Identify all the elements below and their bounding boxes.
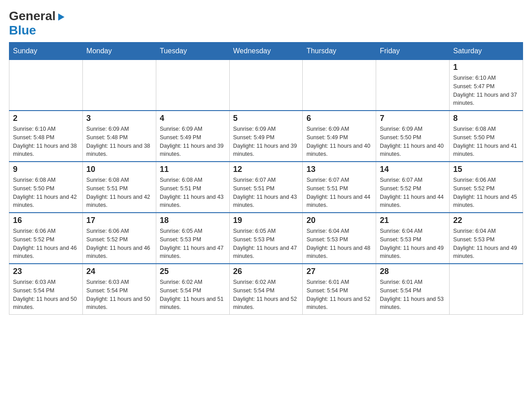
day-number: 15 bbox=[453, 165, 519, 174]
calendar-cell bbox=[82, 60, 156, 111]
calendar-cell: 21Sunrise: 6:04 AM Sunset: 5:53 PM Dayli… bbox=[376, 213, 450, 264]
day-number: 6 bbox=[306, 114, 372, 123]
calendar-cell: 28Sunrise: 6:01 AM Sunset: 5:54 PM Dayli… bbox=[376, 264, 450, 315]
day-info: Sunrise: 6:05 AM Sunset: 5:53 PM Dayligh… bbox=[160, 227, 226, 261]
calendar-cell: 4Sunrise: 6:09 AM Sunset: 5:49 PM Daylig… bbox=[156, 111, 229, 162]
day-info: Sunrise: 6:02 AM Sunset: 5:54 PM Dayligh… bbox=[160, 278, 226, 312]
day-info: Sunrise: 6:04 AM Sunset: 5:53 PM Dayligh… bbox=[380, 227, 446, 261]
day-info: Sunrise: 6:05 AM Sunset: 5:53 PM Dayligh… bbox=[233, 227, 299, 261]
day-number: 11 bbox=[160, 165, 226, 174]
calendar-cell: 27Sunrise: 6:01 AM Sunset: 5:54 PM Dayli… bbox=[303, 264, 376, 315]
day-info: Sunrise: 6:07 AM Sunset: 5:51 PM Dayligh… bbox=[233, 176, 299, 210]
logo-blue: Blue bbox=[9, 23, 36, 37]
calendar-cell: 25Sunrise: 6:02 AM Sunset: 5:54 PM Dayli… bbox=[156, 264, 229, 315]
day-number: 13 bbox=[306, 165, 372, 174]
calendar-cell: 20Sunrise: 6:04 AM Sunset: 5:53 PM Dayli… bbox=[303, 213, 376, 264]
calendar-cell: 9Sunrise: 6:08 AM Sunset: 5:50 PM Daylig… bbox=[9, 162, 83, 213]
day-info: Sunrise: 6:06 AM Sunset: 5:52 PM Dayligh… bbox=[453, 176, 519, 210]
calendar-week-row: 2Sunrise: 6:10 AM Sunset: 5:48 PM Daylig… bbox=[9, 111, 523, 162]
day-info: Sunrise: 6:08 AM Sunset: 5:50 PM Dayligh… bbox=[13, 176, 79, 210]
day-info: Sunrise: 6:02 AM Sunset: 5:54 PM Dayligh… bbox=[233, 278, 299, 312]
day-info: Sunrise: 6:09 AM Sunset: 5:49 PM Dayligh… bbox=[160, 125, 226, 158]
calendar-cell: 1Sunrise: 6:10 AM Sunset: 5:47 PM Daylig… bbox=[450, 60, 523, 111]
logo: General Blue bbox=[9, 9, 66, 38]
calendar-cell: 14Sunrise: 6:07 AM Sunset: 5:52 PM Dayli… bbox=[376, 162, 450, 213]
calendar-cell: 11Sunrise: 6:08 AM Sunset: 5:51 PM Dayli… bbox=[156, 162, 229, 213]
calendar-cell: 15Sunrise: 6:06 AM Sunset: 5:52 PM Dayli… bbox=[450, 162, 523, 213]
day-info: Sunrise: 6:10 AM Sunset: 5:48 PM Dayligh… bbox=[13, 125, 79, 158]
calendar-cell: 6Sunrise: 6:09 AM Sunset: 5:49 PM Daylig… bbox=[303, 111, 376, 162]
day-number: 1 bbox=[453, 63, 519, 72]
calendar-cell: 7Sunrise: 6:09 AM Sunset: 5:50 PM Daylig… bbox=[376, 111, 450, 162]
calendar-cell bbox=[376, 60, 450, 111]
svg-marker-0 bbox=[58, 13, 64, 21]
day-number: 22 bbox=[453, 216, 519, 225]
day-number: 16 bbox=[13, 216, 79, 225]
day-info: Sunrise: 6:06 AM Sunset: 5:52 PM Dayligh… bbox=[86, 227, 152, 261]
day-info: Sunrise: 6:01 AM Sunset: 5:54 PM Dayligh… bbox=[306, 278, 372, 312]
logo-triangle-icon bbox=[56, 12, 66, 21]
calendar-cell: 5Sunrise: 6:09 AM Sunset: 5:49 PM Daylig… bbox=[229, 111, 303, 162]
day-info: Sunrise: 6:04 AM Sunset: 5:53 PM Dayligh… bbox=[306, 227, 372, 261]
day-info: Sunrise: 6:07 AM Sunset: 5:52 PM Dayligh… bbox=[380, 176, 446, 210]
header-monday: Monday bbox=[82, 43, 156, 60]
day-info: Sunrise: 6:10 AM Sunset: 5:47 PM Dayligh… bbox=[453, 74, 519, 107]
calendar-table: SundayMondayTuesdayWednesdayThursdayFrid… bbox=[9, 42, 523, 315]
day-number: 2 bbox=[13, 114, 79, 123]
calendar-cell bbox=[303, 60, 376, 111]
day-info: Sunrise: 6:09 AM Sunset: 5:49 PM Dayligh… bbox=[233, 125, 299, 158]
header-sunday: Sunday bbox=[9, 43, 83, 60]
calendar-cell: 13Sunrise: 6:07 AM Sunset: 5:51 PM Dayli… bbox=[303, 162, 376, 213]
day-info: Sunrise: 6:03 AM Sunset: 5:54 PM Dayligh… bbox=[86, 278, 152, 312]
day-number: 19 bbox=[233, 216, 299, 225]
day-info: Sunrise: 6:01 AM Sunset: 5:54 PM Dayligh… bbox=[380, 278, 446, 312]
day-number: 8 bbox=[453, 114, 519, 123]
calendar-cell bbox=[9, 60, 83, 111]
day-number: 26 bbox=[233, 267, 299, 276]
header-thursday: Thursday bbox=[303, 43, 376, 60]
calendar-cell bbox=[450, 264, 523, 315]
calendar-cell: 22Sunrise: 6:04 AM Sunset: 5:53 PM Dayli… bbox=[450, 213, 523, 264]
day-number: 23 bbox=[13, 267, 79, 276]
calendar-cell: 12Sunrise: 6:07 AM Sunset: 5:51 PM Dayli… bbox=[229, 162, 303, 213]
day-number: 10 bbox=[86, 165, 152, 174]
logo-general: General bbox=[9, 9, 56, 23]
day-number: 4 bbox=[160, 114, 226, 123]
calendar-cell: 8Sunrise: 6:08 AM Sunset: 5:50 PM Daylig… bbox=[450, 111, 523, 162]
calendar-header-row: SundayMondayTuesdayWednesdayThursdayFrid… bbox=[9, 43, 523, 60]
day-number: 27 bbox=[306, 267, 372, 276]
calendar-week-row: 1Sunrise: 6:10 AM Sunset: 5:47 PM Daylig… bbox=[9, 60, 523, 111]
calendar-cell: 26Sunrise: 6:02 AM Sunset: 5:54 PM Dayli… bbox=[229, 264, 303, 315]
calendar-cell: 23Sunrise: 6:03 AM Sunset: 5:54 PM Dayli… bbox=[9, 264, 83, 315]
calendar-cell: 17Sunrise: 6:06 AM Sunset: 5:52 PM Dayli… bbox=[82, 213, 156, 264]
header: General Blue bbox=[9, 9, 523, 38]
calendar-cell: 10Sunrise: 6:08 AM Sunset: 5:51 PM Dayli… bbox=[82, 162, 156, 213]
calendar-cell bbox=[229, 60, 303, 111]
day-info: Sunrise: 6:08 AM Sunset: 5:51 PM Dayligh… bbox=[160, 176, 226, 210]
calendar-cell: 2Sunrise: 6:10 AM Sunset: 5:48 PM Daylig… bbox=[9, 111, 83, 162]
day-number: 5 bbox=[233, 114, 299, 123]
day-info: Sunrise: 6:03 AM Sunset: 5:54 PM Dayligh… bbox=[13, 278, 79, 312]
day-number: 25 bbox=[160, 267, 226, 276]
header-saturday: Saturday bbox=[450, 43, 523, 60]
day-info: Sunrise: 6:09 AM Sunset: 5:50 PM Dayligh… bbox=[380, 125, 446, 158]
calendar-week-row: 23Sunrise: 6:03 AM Sunset: 5:54 PM Dayli… bbox=[9, 264, 523, 315]
day-number: 7 bbox=[380, 114, 446, 123]
day-number: 3 bbox=[86, 114, 152, 123]
calendar-cell: 16Sunrise: 6:06 AM Sunset: 5:52 PM Dayli… bbox=[9, 213, 83, 264]
day-number: 17 bbox=[86, 216, 152, 225]
day-info: Sunrise: 6:04 AM Sunset: 5:53 PM Dayligh… bbox=[453, 227, 519, 261]
header-wednesday: Wednesday bbox=[229, 43, 303, 60]
day-info: Sunrise: 6:08 AM Sunset: 5:51 PM Dayligh… bbox=[86, 176, 152, 210]
day-info: Sunrise: 6:09 AM Sunset: 5:48 PM Dayligh… bbox=[86, 125, 152, 158]
calendar-cell: 18Sunrise: 6:05 AM Sunset: 5:53 PM Dayli… bbox=[156, 213, 229, 264]
day-number: 28 bbox=[380, 267, 446, 276]
calendar-week-row: 16Sunrise: 6:06 AM Sunset: 5:52 PM Dayli… bbox=[9, 213, 523, 264]
day-info: Sunrise: 6:08 AM Sunset: 5:50 PM Dayligh… bbox=[453, 125, 519, 158]
day-number: 18 bbox=[160, 216, 226, 225]
day-number: 12 bbox=[233, 165, 299, 174]
calendar-cell bbox=[156, 60, 229, 111]
day-number: 14 bbox=[380, 165, 446, 174]
day-info: Sunrise: 6:07 AM Sunset: 5:51 PM Dayligh… bbox=[306, 176, 372, 210]
day-info: Sunrise: 6:06 AM Sunset: 5:52 PM Dayligh… bbox=[13, 227, 79, 261]
